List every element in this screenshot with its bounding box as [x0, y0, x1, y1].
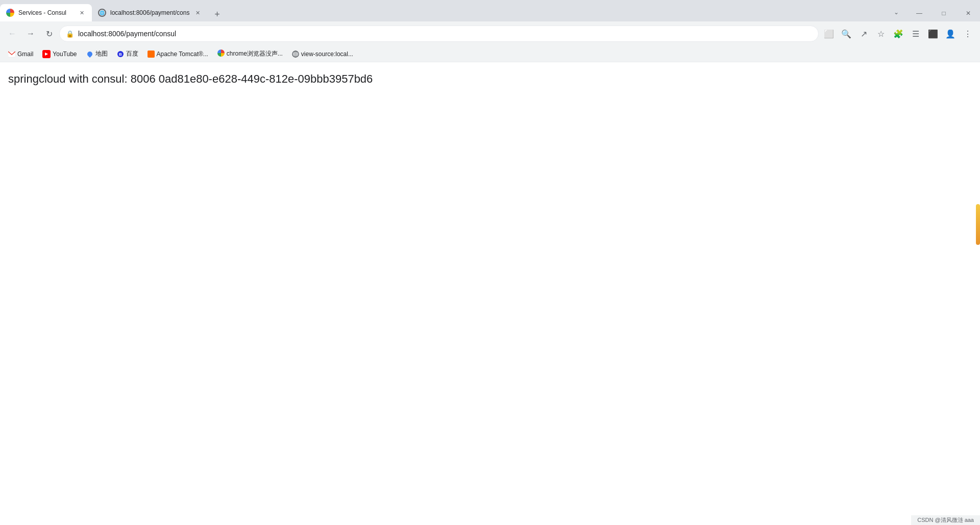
tab-bar: Services - Consul ✕ 🌐 localhost:8006/pay…: [0, 0, 980, 21]
tab-controls: ⌄: [889, 5, 908, 21]
maximize-button[interactable]: □: [932, 5, 955, 21]
baidu-icon: B: [117, 51, 124, 58]
share-button[interactable]: ↗: [855, 26, 872, 42]
bookmark-tomcat[interactable]: Apache Tomcat®...: [143, 47, 212, 61]
bookmark-chrome-sound-label: chrome浏览器没声...: [227, 49, 283, 58]
tab-localhost[interactable]: 🌐 localhost:8006/payment/cons ✕: [92, 4, 208, 21]
bookmark-baidu-label: 百度: [126, 49, 138, 58]
tab-close-localhost[interactable]: ✕: [193, 9, 202, 17]
page-content: springcloud with consul: 8006 0ad81e80-e…: [0, 62, 980, 525]
tab-close-consul[interactable]: ✕: [78, 9, 86, 17]
bookmark-tomcat-label: Apache Tomcat®...: [157, 51, 208, 58]
viewsource-icon: [292, 51, 299, 58]
refresh-button[interactable]: ↻: [41, 26, 57, 42]
page-main-text: springcloud with consul: 8006 0ad81e80-e…: [8, 72, 972, 86]
tab-title-localhost: localhost:8006/payment/cons: [110, 9, 189, 16]
bookmark-youtube[interactable]: YouTube: [38, 47, 81, 61]
tab-favicon-consul: [6, 9, 14, 17]
tab-search-button[interactable]: ☰: [908, 26, 924, 42]
forward-button[interactable]: →: [22, 26, 39, 42]
address-bar[interactable]: 🔒 localhost:8006/payment/consul: [59, 26, 819, 42]
chrome-sound-icon: [217, 49, 225, 59]
bookmark-maps-label: 地图: [95, 49, 108, 58]
extensions-button[interactable]: 🧩: [890, 26, 906, 42]
bookmark-chrome-sound[interactable]: chrome浏览器没声...: [213, 47, 287, 61]
tab-services-consul[interactable]: Services - Consul ✕: [0, 4, 92, 21]
svg-text:B: B: [119, 52, 122, 57]
lock-icon: 🔒: [66, 30, 74, 38]
account-button[interactable]: 👤: [942, 26, 959, 42]
maps-icon: [86, 51, 93, 58]
bookmark-gmail-label: Gmail: [17, 51, 33, 58]
window-controls: — □ ✕: [908, 5, 980, 21]
status-text: CSDN @清风微涟 aaa: [917, 516, 974, 524]
scrollbar-indicator[interactable]: [976, 204, 980, 245]
bookmark-button[interactable]: ☆: [873, 26, 889, 42]
split-button[interactable]: ⬛: [925, 26, 941, 42]
tab-list-button[interactable]: ⌄: [889, 5, 903, 19]
address-text: localhost:8006/payment/consul: [78, 30, 812, 38]
new-tab-button[interactable]: +: [210, 7, 224, 21]
bookmark-gmail[interactable]: Gmail: [4, 47, 37, 61]
tomcat-icon: [148, 51, 155, 58]
close-button[interactable]: ✕: [957, 5, 980, 21]
youtube-icon: [42, 50, 51, 58]
nav-bar: ← → ↻ 🔒 localhost:8006/payment/consul ⬜ …: [0, 21, 980, 46]
more-button[interactable]: ⋮: [960, 26, 976, 42]
translate-button[interactable]: ⬜: [821, 26, 837, 42]
bookmarks-bar: Gmail YouTube 地图 B 百度 Apache Tomcat®...: [0, 46, 980, 62]
bookmark-viewsource-label: view-source:local...: [301, 51, 353, 58]
minimize-button[interactable]: —: [908, 5, 931, 21]
status-bar: CSDN @清风微涟 aaa: [911, 515, 980, 525]
tab-title-consul: Services - Consul: [18, 9, 74, 16]
bookmark-maps[interactable]: 地图: [82, 47, 112, 61]
bookmark-youtube-label: YouTube: [53, 51, 77, 58]
back-button[interactable]: ←: [4, 26, 20, 42]
search-button[interactable]: 🔍: [838, 26, 854, 42]
tab-favicon-localhost: 🌐: [98, 9, 106, 17]
bookmark-baidu[interactable]: B 百度: [113, 47, 142, 61]
gmail-icon: [8, 51, 15, 58]
bookmark-viewsource[interactable]: view-source:local...: [288, 47, 357, 61]
browser-window: Services - Consul ✕ 🌐 localhost:8006/pay…: [0, 0, 980, 525]
nav-actions: ⬜ 🔍 ↗ ☆ 🧩 ☰ ⬛ 👤 ⋮: [821, 26, 976, 42]
